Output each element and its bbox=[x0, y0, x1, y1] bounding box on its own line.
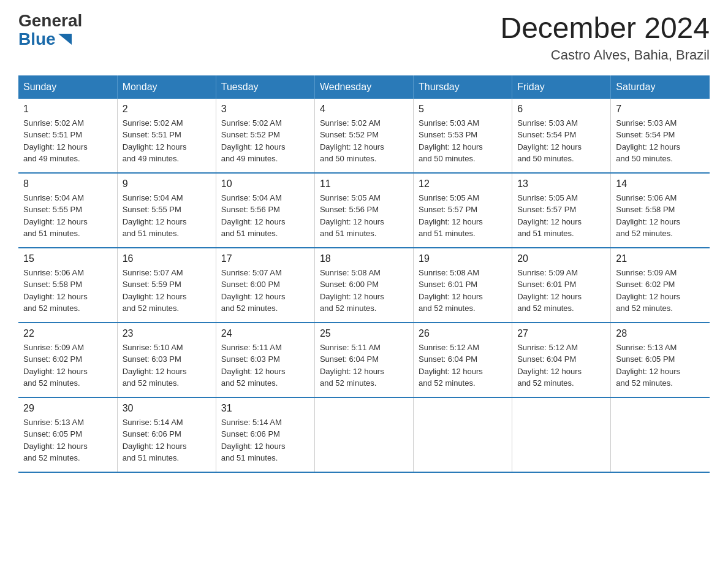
calendar-cell: 26Sunrise: 5:12 AMSunset: 6:04 PMDayligh… bbox=[414, 323, 512, 397]
calendar-body: 1Sunrise: 5:02 AMSunset: 5:51 PMDaylight… bbox=[18, 99, 710, 472]
week-row-4: 22Sunrise: 5:09 AMSunset: 6:02 PMDayligh… bbox=[18, 323, 710, 397]
day-info: Sunrise: 5:09 AMSunset: 6:01 PMDaylight:… bbox=[517, 267, 605, 315]
day-info: Sunrise: 5:11 AMSunset: 6:03 PMDaylight:… bbox=[221, 342, 309, 389]
header-monday: Monday bbox=[117, 75, 216, 99]
day-number: 10 bbox=[221, 178, 309, 190]
day-number: 6 bbox=[517, 104, 605, 115]
day-number: 20 bbox=[517, 253, 605, 264]
logo-blue-text: Blue bbox=[18, 29, 72, 49]
day-number: 2 bbox=[123, 104, 211, 115]
calendar-cell: 6Sunrise: 5:03 AMSunset: 5:54 PMDaylight… bbox=[512, 99, 611, 173]
header-sunday: Sunday bbox=[18, 75, 117, 99]
calendar-cell: 17Sunrise: 5:07 AMSunset: 6:00 PMDayligh… bbox=[216, 248, 314, 323]
day-info: Sunrise: 5:11 AMSunset: 6:04 PMDaylight:… bbox=[320, 342, 408, 389]
day-number: 22 bbox=[23, 328, 112, 339]
day-number: 1 bbox=[23, 104, 112, 115]
day-info: Sunrise: 5:05 AMSunset: 5:56 PMDaylight:… bbox=[320, 192, 408, 240]
week-row-5: 29Sunrise: 5:13 AMSunset: 6:05 PMDayligh… bbox=[18, 397, 710, 472]
day-number: 24 bbox=[221, 328, 309, 339]
day-number: 29 bbox=[23, 403, 112, 414]
calendar-header: Sunday Monday Tuesday Wednesday Thursday… bbox=[18, 75, 710, 99]
day-info: Sunrise: 5:07 AMSunset: 6:00 PMDaylight:… bbox=[221, 267, 309, 315]
calendar-cell: 15Sunrise: 5:06 AMSunset: 5:58 PMDayligh… bbox=[18, 248, 117, 323]
logo-general-text: General bbox=[18, 12, 82, 29]
day-info: Sunrise: 5:06 AMSunset: 5:58 PMDaylight:… bbox=[23, 267, 112, 315]
week-row-2: 8Sunrise: 5:04 AMSunset: 5:55 PMDaylight… bbox=[18, 173, 710, 248]
day-info: Sunrise: 5:09 AMSunset: 6:02 PMDaylight:… bbox=[616, 267, 705, 315]
calendar-cell: 28Sunrise: 5:13 AMSunset: 6:05 PMDayligh… bbox=[611, 323, 710, 397]
calendar-table: Sunday Monday Tuesday Wednesday Thursday… bbox=[18, 75, 710, 473]
calendar-cell: 13Sunrise: 5:05 AMSunset: 5:57 PMDayligh… bbox=[512, 173, 611, 248]
day-info: Sunrise: 5:02 AMSunset: 5:51 PMDaylight:… bbox=[23, 117, 112, 165]
day-number: 12 bbox=[419, 178, 507, 190]
day-info: Sunrise: 5:12 AMSunset: 6:04 PMDaylight:… bbox=[419, 342, 507, 389]
calendar-cell: 19Sunrise: 5:08 AMSunset: 6:01 PMDayligh… bbox=[414, 248, 512, 323]
day-info: Sunrise: 5:03 AMSunset: 5:53 PMDaylight:… bbox=[419, 117, 507, 165]
day-info: Sunrise: 5:07 AMSunset: 5:59 PMDaylight:… bbox=[123, 267, 211, 315]
week-row-1: 1Sunrise: 5:02 AMSunset: 5:51 PMDaylight… bbox=[18, 99, 710, 173]
calendar-cell: 20Sunrise: 5:09 AMSunset: 6:01 PMDayligh… bbox=[512, 248, 611, 323]
day-info: Sunrise: 5:13 AMSunset: 6:05 PMDaylight:… bbox=[23, 416, 112, 464]
day-info: Sunrise: 5:04 AMSunset: 5:56 PMDaylight:… bbox=[221, 192, 309, 240]
calendar-cell: 24Sunrise: 5:11 AMSunset: 6:03 PMDayligh… bbox=[216, 323, 314, 397]
calendar-cell: 12Sunrise: 5:05 AMSunset: 5:57 PMDayligh… bbox=[414, 173, 512, 248]
day-number: 4 bbox=[320, 104, 408, 115]
calendar-cell: 23Sunrise: 5:10 AMSunset: 6:03 PMDayligh… bbox=[117, 323, 216, 397]
day-info: Sunrise: 5:02 AMSunset: 5:51 PMDaylight:… bbox=[123, 117, 211, 165]
calendar-cell: 25Sunrise: 5:11 AMSunset: 6:04 PMDayligh… bbox=[314, 323, 413, 397]
calendar-cell: 29Sunrise: 5:13 AMSunset: 6:05 PMDayligh… bbox=[18, 397, 117, 472]
day-info: Sunrise: 5:14 AMSunset: 6:06 PMDaylight:… bbox=[221, 416, 309, 464]
calendar-cell: 16Sunrise: 5:07 AMSunset: 5:59 PMDayligh… bbox=[117, 248, 216, 323]
day-number: 9 bbox=[123, 178, 211, 190]
day-number: 3 bbox=[221, 104, 309, 115]
calendar-cell: 31Sunrise: 5:14 AMSunset: 6:06 PMDayligh… bbox=[216, 397, 314, 472]
calendar-cell: 10Sunrise: 5:04 AMSunset: 5:56 PMDayligh… bbox=[216, 173, 314, 248]
location: Castro Alves, Bahia, Brazil bbox=[500, 47, 710, 63]
header-tuesday: Tuesday bbox=[216, 75, 314, 99]
week-row-3: 15Sunrise: 5:06 AMSunset: 5:58 PMDayligh… bbox=[18, 248, 710, 323]
day-number: 5 bbox=[419, 104, 507, 115]
day-number: 13 bbox=[517, 178, 605, 190]
calendar-cell bbox=[611, 397, 710, 472]
day-number: 14 bbox=[616, 178, 705, 190]
day-info: Sunrise: 5:03 AMSunset: 5:54 PMDaylight:… bbox=[616, 117, 705, 165]
day-number: 8 bbox=[23, 178, 112, 190]
day-number: 17 bbox=[221, 253, 309, 264]
day-number: 18 bbox=[320, 253, 408, 264]
calendar-cell: 4Sunrise: 5:02 AMSunset: 5:52 PMDaylight… bbox=[314, 99, 413, 173]
day-number: 11 bbox=[320, 178, 408, 190]
day-number: 30 bbox=[123, 403, 211, 414]
calendar-cell: 22Sunrise: 5:09 AMSunset: 6:02 PMDayligh… bbox=[18, 323, 117, 397]
title-area: December 2024 Castro Alves, Bahia, Brazi… bbox=[500, 12, 710, 63]
calendar-cell: 21Sunrise: 5:09 AMSunset: 6:02 PMDayligh… bbox=[611, 248, 710, 323]
day-info: Sunrise: 5:06 AMSunset: 5:58 PMDaylight:… bbox=[616, 192, 705, 240]
header-friday: Friday bbox=[512, 75, 611, 99]
day-number: 19 bbox=[419, 253, 507, 264]
calendar-cell: 5Sunrise: 5:03 AMSunset: 5:53 PMDaylight… bbox=[414, 99, 512, 173]
day-info: Sunrise: 5:10 AMSunset: 6:03 PMDaylight:… bbox=[123, 342, 211, 389]
day-number: 23 bbox=[123, 328, 211, 339]
month-title: December 2024 bbox=[500, 12, 710, 45]
header-row: Sunday Monday Tuesday Wednesday Thursday… bbox=[18, 75, 710, 99]
calendar-cell: 14Sunrise: 5:06 AMSunset: 5:58 PMDayligh… bbox=[611, 173, 710, 248]
calendar-cell: 18Sunrise: 5:08 AMSunset: 6:00 PMDayligh… bbox=[314, 248, 413, 323]
header-thursday: Thursday bbox=[414, 75, 512, 99]
day-info: Sunrise: 5:14 AMSunset: 6:06 PMDaylight:… bbox=[123, 416, 211, 464]
svg-marker-0 bbox=[58, 34, 72, 45]
calendar-cell: 2Sunrise: 5:02 AMSunset: 5:51 PMDaylight… bbox=[117, 99, 216, 173]
day-number: 31 bbox=[221, 403, 309, 414]
calendar-cell: 8Sunrise: 5:04 AMSunset: 5:55 PMDaylight… bbox=[18, 173, 117, 248]
day-number: 16 bbox=[123, 253, 211, 264]
calendar-cell: 30Sunrise: 5:14 AMSunset: 6:06 PMDayligh… bbox=[117, 397, 216, 472]
logo: General Blue bbox=[18, 12, 82, 49]
day-info: Sunrise: 5:13 AMSunset: 6:05 PMDaylight:… bbox=[616, 342, 705, 389]
calendar-cell: 9Sunrise: 5:04 AMSunset: 5:55 PMDaylight… bbox=[117, 173, 216, 248]
page-header: General Blue December 2024 Castro Alves,… bbox=[18, 12, 710, 63]
day-info: Sunrise: 5:05 AMSunset: 5:57 PMDaylight:… bbox=[517, 192, 605, 240]
day-info: Sunrise: 5:04 AMSunset: 5:55 PMDaylight:… bbox=[23, 192, 112, 240]
day-info: Sunrise: 5:08 AMSunset: 6:00 PMDaylight:… bbox=[320, 267, 408, 315]
calendar-cell: 3Sunrise: 5:02 AMSunset: 5:52 PMDaylight… bbox=[216, 99, 314, 173]
day-info: Sunrise: 5:03 AMSunset: 5:54 PMDaylight:… bbox=[517, 117, 605, 165]
day-info: Sunrise: 5:02 AMSunset: 5:52 PMDaylight:… bbox=[320, 117, 408, 165]
day-info: Sunrise: 5:04 AMSunset: 5:55 PMDaylight:… bbox=[123, 192, 211, 240]
